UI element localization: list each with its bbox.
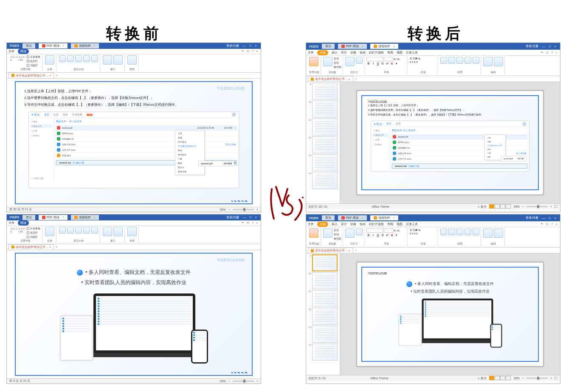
pdf-canvas: YOZOCLOUD 1.选择左上角【上传】按钮，上传PDF文件； 2.选中需要转… <box>7 79 261 207</box>
toolbar-icons[interactable]: ☁ ⚙ ? ᨑ <box>242 50 259 53</box>
page-content: YOZOCLOUD 1.选择左上角【上传】按钮，上传PDF文件； 2.选中需要转… <box>15 81 253 204</box>
device-mockup <box>24 293 243 361</box>
laptop-mock <box>85 293 204 361</box>
zoom-slider[interactable] <box>233 209 254 210</box>
close-icon[interactable]: × <box>62 44 64 47</box>
tab-pdf[interactable]: PDF 阅读× <box>39 43 68 48</box>
ribbon: 常用功能 剪切复制格式刷剪贴板 幻灯片 A↑ A↓BIUSx²A▾字体 ☰ ☰ … <box>306 56 560 76</box>
heading-before: 转换前 <box>106 23 162 44</box>
tablet-mock <box>59 315 93 361</box>
menubar: 文件 阅读 ☁ ⚙ ? ᨑ <box>7 49 261 54</box>
thumbnail-pane[interactable]: 9 10 11 12 13 14 <box>306 254 340 375</box>
document-tab-bar: 永中优云协作性办公平... × + <box>7 73 261 79</box>
pdf-viewer-before-slide20: YOZO 首页 PDF 阅读× 流程制作× 登录/注册 — □ × 文件 阅读 … <box>6 42 261 212</box>
save-icon[interactable] <box>309 57 318 66</box>
thumbnail-pane[interactable]: 9 10 11 12 13 14 <box>306 82 340 203</box>
new-slide-icon[interactable] <box>345 57 355 66</box>
app-logo: YOZO <box>9 44 19 48</box>
pdf-icon <box>42 44 45 48</box>
context-menu: 分享收藏导出版本 ① 转换至Word文件 移动制作副本下载 删除重命名查看详情 <box>175 130 205 175</box>
corner-decoration <box>226 195 252 203</box>
new-tab-button[interactable]: + <box>56 73 58 77</box>
tab-home[interactable]: 首页 <box>23 43 35 48</box>
window-controls[interactable]: — □ × <box>242 44 258 48</box>
ppt-editor-after-slide20: YOZO首页PDF 阅读×流程制作×登录/注册— □ × 文件开始 插入设计切换… <box>306 42 560 212</box>
menu-read[interactable]: 阅读 <box>18 49 29 54</box>
view-mode-icons[interactable] <box>489 204 511 209</box>
ppt-editor-after-slide9: YOZO首页PDF 阅读×流程制作×登录/注册— □ × 文件开始插入设计切换动… <box>306 214 560 384</box>
ppt-icon <box>74 44 78 48</box>
doc-tab[interactable]: 永中优云协作性办公平... × <box>8 73 54 78</box>
heading-after: 转换后 <box>408 23 464 44</box>
tab-ppt[interactable]: 流程制作× <box>71 43 99 48</box>
phone-mock <box>191 330 208 364</box>
login-link[interactable]: 登录/注册 <box>226 44 239 48</box>
statusbar: 第 20 页 共 21 页 56%−+ <box>7 207 261 212</box>
slide-editor[interactable]: YOZOCLOUD 1.选择左上角【上传】按钮，上传PDF文件；2.选中需要转换… <box>340 82 560 203</box>
pdf-viewer-before-slide9: YOZO首页PDF 阅读×流程制作×登录/注册— □ × 文件阅读☁ ⚙ ? ᨑ… <box>6 214 261 384</box>
ribbon: ◁◁ ◁1 ▷ ▷▷/ 21 任务窗格 状态栏 功能栏 页面导航 全屏 显示比例 <box>7 54 261 73</box>
paste-icon[interactable] <box>323 57 332 66</box>
bullet-icon <box>77 270 83 276</box>
fullscreen-icon[interactable] <box>45 55 54 65</box>
close-icon[interactable]: × <box>94 44 96 47</box>
vs-badge <box>265 183 308 225</box>
slide-editor[interactable]: YOZOCLOUD • 多人同时查看、编辑文档，无需反复收发文件• 实时查看团队… <box>340 254 560 375</box>
svg-point-0 <box>302 197 304 198</box>
page-content: YOZOCLOUD • 多人同时查看、编辑文档，无需反复收发文件 • 实时查看团… <box>15 253 253 376</box>
embedded-cloud-ui: ● 优云 首页 全部 协作 分享给我 new □ 最近 □ 我的文件 □ 共享 … <box>28 112 239 188</box>
find-icon[interactable] <box>127 55 137 65</box>
avatar <box>232 113 236 117</box>
menu-file[interactable]: 文件 <box>8 49 14 54</box>
titlebar: YOZO 首页 PDF 阅读× 流程制作× 登录/注册 — □ × <box>7 43 261 49</box>
